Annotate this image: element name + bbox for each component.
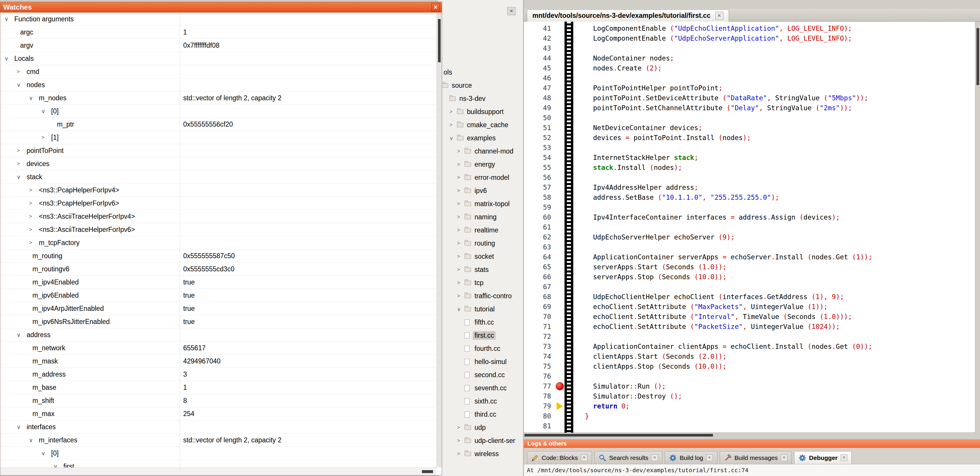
tree-toggle-icon[interactable]: >	[457, 214, 465, 220]
tree-toggle-icon[interactable]: ∨	[41, 450, 51, 457]
watch-row[interactable]: ∨Locals	[0, 52, 436, 65]
scrollbar-thumb[interactable]	[422, 470, 433, 473]
tree-item-buildsupport[interactable]: >buildsupport	[438, 105, 522, 118]
gutter-marker-cell[interactable]	[555, 272, 565, 282]
scrollbar-thumb[interactable]	[438, 19, 441, 62]
tree-item-traffic-contro[interactable]: >traffic-contro	[438, 289, 522, 303]
tree-toggle-icon[interactable]: ∨	[17, 174, 27, 180]
line-number[interactable]: 46	[524, 74, 555, 82]
watch-row[interactable]: m_network655617	[0, 342, 436, 355]
line-number[interactable]: 63	[524, 243, 555, 251]
gutter-marker-cell[interactable]	[555, 381, 565, 391]
gutter-marker-cell[interactable]	[555, 192, 565, 202]
watch-row[interactable]: >pointToPoint	[0, 144, 436, 157]
tree-item-energy[interactable]: >energy	[438, 158, 522, 171]
gutter-marker-cell[interactable]	[555, 421, 565, 431]
tree-item-sixth-cc[interactable]: sixth.cc	[438, 395, 522, 408]
tree-toggle-icon[interactable]: >	[457, 280, 465, 286]
logs-titlebar[interactable]: Logs & others	[524, 439, 980, 448]
tree-item-stats[interactable]: >stats	[438, 263, 522, 276]
vertical-scrollbar[interactable]	[436, 13, 442, 468]
gutter-marker-cell[interactable]	[555, 401, 565, 411]
tree-toggle-icon[interactable]: >	[449, 109, 457, 115]
watch-row[interactable]: m_routingv60x5555555cd3c0	[0, 262, 436, 276]
tree-item-tutorial[interactable]: ∨tutorial	[438, 303, 522, 316]
watch-row[interactable]: ><ns3::PcapHelperForIpv6>	[0, 197, 436, 210]
gutter-marker-cell[interactable]	[555, 63, 565, 73]
line-number[interactable]: 43	[524, 45, 555, 52]
watch-row[interactable]: argv0x7fffffffdf08	[0, 39, 436, 52]
gutter-marker-cell[interactable]	[555, 391, 565, 401]
watch-row[interactable]: >[1]	[0, 131, 436, 144]
close-icon[interactable]: ×	[581, 454, 588, 461]
line-number[interactable]: 48	[524, 94, 555, 102]
gutter-marker-cell[interactable]	[555, 212, 565, 222]
line-number[interactable]: 75	[524, 363, 555, 370]
tree-item-ipv6[interactable]: >ipv6	[438, 184, 522, 197]
gutter-marker-cell[interactable]	[555, 411, 565, 421]
tree-toggle-icon[interactable]: ∨	[54, 463, 64, 468]
watch-row[interactable]: ∨[0]	[0, 447, 436, 460]
gutter-marker-cell[interactable]	[555, 262, 565, 272]
tree-item-tcp[interactable]: >tcp	[438, 276, 522, 289]
line-number[interactable]: 60	[524, 214, 555, 221]
line-number[interactable]: 80	[524, 412, 555, 420]
gutter-marker-cell[interactable]	[555, 153, 565, 163]
line-number[interactable]: 59	[524, 203, 555, 211]
gutter-marker-cell[interactable]	[555, 222, 565, 232]
line-number[interactable]: 64	[524, 253, 555, 261]
gutter-marker-cell[interactable]	[555, 73, 565, 83]
watch-row[interactable]: ∨m_nodesstd::vector of length 2, capacit…	[0, 91, 436, 105]
tree-item-hello-simul[interactable]: hello-simul	[438, 355, 522, 368]
watch-row[interactable]: ∨m_interfacesstd::vector of length 2, ca…	[0, 434, 436, 447]
close-icon[interactable]: ×	[841, 454, 847, 461]
close-icon[interactable]: ×	[715, 12, 724, 20]
close-icon[interactable]: ×	[507, 7, 515, 15]
tree-toggle-icon[interactable]: >	[457, 240, 465, 246]
watch-row[interactable]: ∨first	[0, 460, 436, 468]
watch-row[interactable]: m_mask4294967040	[0, 355, 436, 368]
gutter-marker-cell[interactable]	[555, 292, 565, 302]
line-number[interactable]: 68	[524, 293, 555, 300]
tree-toggle-icon[interactable]: >	[457, 293, 465, 299]
tree-toggle-icon[interactable]: ∨	[5, 16, 14, 22]
line-number[interactable]: 76	[524, 372, 555, 380]
gutter-marker-cell[interactable]	[555, 232, 565, 242]
watch-row[interactable]: >cmd	[0, 65, 436, 78]
gutter-marker-cell[interactable]	[555, 332, 565, 342]
watch-row[interactable]: ∨Function arguments	[0, 13, 436, 26]
line-number[interactable]: 50	[524, 114, 555, 121]
line-number[interactable]: 56	[524, 174, 555, 181]
watch-row[interactable]: ><ns3::AsciiTraceHelperForIpv6>	[0, 223, 436, 236]
watch-row[interactable]: ∨nodes	[0, 78, 436, 91]
watch-row[interactable]: m_ipv6NsRsJitterEnabledtrue	[0, 315, 436, 328]
gutter-marker-cell[interactable]	[555, 182, 565, 192]
gutter-marker-cell[interactable]	[555, 123, 565, 133]
line-number[interactable]: 61	[524, 224, 555, 231]
gutter-marker-cell[interactable]	[555, 282, 565, 292]
scrollbar-thumb[interactable]	[525, 434, 713, 436]
watch-row[interactable]: ∨interfaces	[0, 420, 436, 434]
line-number[interactable]: 44	[524, 54, 555, 62]
tree-item-ns-3-dev[interactable]: ns-3-dev	[438, 92, 522, 105]
tree-item-channel-mod[interactable]: >channel-mod	[438, 145, 522, 158]
gutter-marker-cell[interactable]	[555, 163, 565, 173]
line-number[interactable]: 62	[524, 233, 555, 241]
tree-item-realtime[interactable]: >realtime	[438, 224, 522, 237]
watch-row[interactable]: m_shift8	[0, 394, 436, 407]
watch-row[interactable]: m_ipv6Enabledtrue	[0, 289, 436, 302]
tree-item-ols[interactable]: ols	[438, 66, 522, 79]
watch-row[interactable]: m_ptr0x55555556cf20	[0, 118, 436, 131]
tree-toggle-icon[interactable]: ∨	[5, 55, 14, 62]
tree-toggle-icon[interactable]: >	[17, 147, 27, 154]
line-number[interactable]: 77	[524, 382, 555, 390]
gutter-marker-cell[interactable]	[555, 34, 565, 43]
tree-toggle-icon[interactable]: >	[457, 174, 465, 181]
close-icon[interactable]: ×	[431, 3, 440, 12]
watch-row[interactable]: m_routing0x555555587c50	[0, 249, 436, 262]
tree-item-udp-client-ser[interactable]: >udp-client-ser	[438, 434, 522, 447]
line-number[interactable]: 45	[524, 64, 555, 72]
tree-toggle-icon[interactable]: ∨	[17, 81, 27, 88]
logs-tab-search-results[interactable]: Search results×	[594, 451, 662, 464]
code-area[interactable]: 41 LogComponentEnable ("UdpEchoClientApp…	[524, 22, 975, 433]
